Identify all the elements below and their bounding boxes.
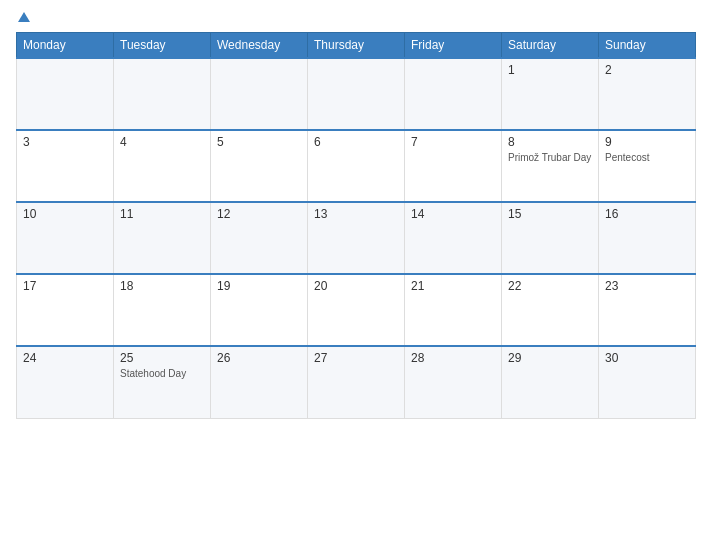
calendar-cell: 2 xyxy=(599,58,696,130)
weekday-header-sunday: Sunday xyxy=(599,33,696,59)
day-number: 4 xyxy=(120,135,204,149)
day-number: 21 xyxy=(411,279,495,293)
calendar-cell: 17 xyxy=(17,274,114,346)
day-number: 19 xyxy=(217,279,301,293)
calendar-cell: 14 xyxy=(405,202,502,274)
calendar-cell: 27 xyxy=(308,346,405,418)
day-number: 6 xyxy=(314,135,398,149)
calendar-cell: 18 xyxy=(114,274,211,346)
calendar-cell: 5 xyxy=(211,130,308,202)
logo xyxy=(16,12,30,22)
day-number: 10 xyxy=(23,207,107,221)
day-number: 23 xyxy=(605,279,689,293)
weekday-header-wednesday: Wednesday xyxy=(211,33,308,59)
day-number: 30 xyxy=(605,351,689,365)
calendar-cell: 22 xyxy=(502,274,599,346)
calendar-cell: 10 xyxy=(17,202,114,274)
day-number: 2 xyxy=(605,63,689,77)
day-number: 5 xyxy=(217,135,301,149)
day-number: 16 xyxy=(605,207,689,221)
week-row-2: 345678Primož Trubar Day9Pentecost xyxy=(17,130,696,202)
calendar-cell: 9Pentecost xyxy=(599,130,696,202)
calendar-cell xyxy=(114,58,211,130)
calendar-cell: 6 xyxy=(308,130,405,202)
day-number: 20 xyxy=(314,279,398,293)
calendar-cell: 7 xyxy=(405,130,502,202)
weekday-header-tuesday: Tuesday xyxy=(114,33,211,59)
calendar-cell: 25Statehood Day xyxy=(114,346,211,418)
holiday-label: Statehood Day xyxy=(120,367,204,380)
calendar-cell: 21 xyxy=(405,274,502,346)
calendar-cell: 23 xyxy=(599,274,696,346)
day-number: 18 xyxy=(120,279,204,293)
calendar-cell: 26 xyxy=(211,346,308,418)
calendar-table: MondayTuesdayWednesdayThursdayFridaySatu… xyxy=(16,32,696,419)
weekday-header-monday: Monday xyxy=(17,33,114,59)
calendar-cell: 1 xyxy=(502,58,599,130)
day-number: 15 xyxy=(508,207,592,221)
day-number: 14 xyxy=(411,207,495,221)
day-number: 27 xyxy=(314,351,398,365)
week-row-5: 2425Statehood Day2627282930 xyxy=(17,346,696,418)
calendar-cell xyxy=(17,58,114,130)
calendar-cell: 19 xyxy=(211,274,308,346)
day-number: 24 xyxy=(23,351,107,365)
day-number: 25 xyxy=(120,351,204,365)
calendar-cell xyxy=(211,58,308,130)
day-number: 9 xyxy=(605,135,689,149)
calendar-cell xyxy=(308,58,405,130)
day-number: 12 xyxy=(217,207,301,221)
weekday-header-thursday: Thursday xyxy=(308,33,405,59)
logo-triangle-icon xyxy=(18,12,30,22)
week-row-1: 12 xyxy=(17,58,696,130)
calendar-cell: 20 xyxy=(308,274,405,346)
calendar-cell: 8Primož Trubar Day xyxy=(502,130,599,202)
day-number: 3 xyxy=(23,135,107,149)
holiday-label: Primož Trubar Day xyxy=(508,151,592,164)
holiday-label: Pentecost xyxy=(605,151,689,164)
calendar-cell: 29 xyxy=(502,346,599,418)
day-number: 8 xyxy=(508,135,592,149)
weekday-header-row: MondayTuesdayWednesdayThursdayFridaySatu… xyxy=(17,33,696,59)
header xyxy=(16,12,696,22)
day-number: 26 xyxy=(217,351,301,365)
day-number: 7 xyxy=(411,135,495,149)
calendar-page: MondayTuesdayWednesdayThursdayFridaySatu… xyxy=(0,0,712,550)
calendar-cell: 16 xyxy=(599,202,696,274)
day-number: 17 xyxy=(23,279,107,293)
calendar-cell: 11 xyxy=(114,202,211,274)
day-number: 11 xyxy=(120,207,204,221)
day-number: 1 xyxy=(508,63,592,77)
week-row-4: 17181920212223 xyxy=(17,274,696,346)
day-number: 29 xyxy=(508,351,592,365)
day-number: 13 xyxy=(314,207,398,221)
weekday-header-saturday: Saturday xyxy=(502,33,599,59)
calendar-cell: 24 xyxy=(17,346,114,418)
calendar-cell: 13 xyxy=(308,202,405,274)
calendar-cell: 15 xyxy=(502,202,599,274)
calendar-cell: 12 xyxy=(211,202,308,274)
calendar-cell: 4 xyxy=(114,130,211,202)
weekday-header-friday: Friday xyxy=(405,33,502,59)
calendar-cell: 28 xyxy=(405,346,502,418)
calendar-cell: 3 xyxy=(17,130,114,202)
week-row-3: 10111213141516 xyxy=(17,202,696,274)
day-number: 28 xyxy=(411,351,495,365)
day-number: 22 xyxy=(508,279,592,293)
calendar-cell: 30 xyxy=(599,346,696,418)
calendar-cell xyxy=(405,58,502,130)
